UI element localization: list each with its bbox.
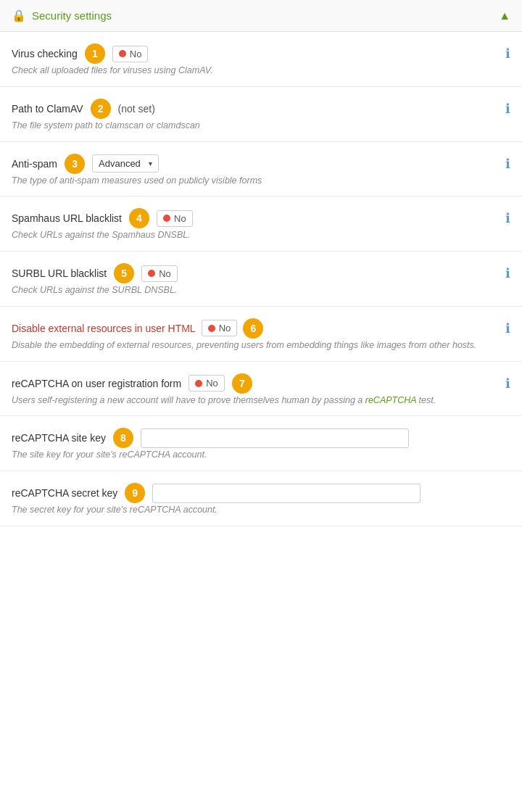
- section-header: 🔒 Security settings ▲: [0, 0, 522, 32]
- step-badge-8: 8: [113, 428, 133, 448]
- disable-external-description: Disable the embedding of external resour…: [12, 339, 510, 352]
- recaptcha-site-key-label: reCAPTCHA site key: [12, 432, 106, 444]
- collapse-icon[interactable]: ▲: [499, 9, 510, 22]
- recaptcha-reg-label: reCAPTCHA on user registration form: [12, 378, 181, 389]
- spamhaus-toggle-label: No: [174, 213, 186, 224]
- step-badge-6: 6: [243, 318, 263, 339]
- surbl-description: Check URLs against the SURBL DNSBL.: [12, 283, 510, 297]
- virus-checking-toggle[interactable]: No: [112, 46, 149, 62]
- spamhaus-label: Spamhaus URL blacklist: [12, 212, 122, 224]
- step-badge-5: 5: [114, 263, 134, 283]
- setting-row-virus-checking: Virus checking 1 No ℹ Check all uploaded…: [0, 32, 522, 87]
- step-badge-2: 2: [91, 99, 111, 119]
- recaptcha-reg-toggle[interactable]: No: [188, 375, 225, 392]
- setting-row-recaptcha-reg: reCAPTCHA on user registration form No 7…: [0, 362, 522, 417]
- step-badge-1: 1: [85, 44, 105, 64]
- surbl-toggle[interactable]: No: [141, 265, 178, 282]
- setting-row-spamhaus: Spamhaus URL blacklist 4 No ℹ Check URLs…: [0, 196, 522, 252]
- lock-icon: 🔒: [12, 9, 26, 22]
- anti-spam-label: Anti-spam: [12, 158, 57, 170]
- page-container: 🔒 Security settings ▲ Virus checking 1 N…: [0, 0, 522, 812]
- setting-row-recaptcha-site-key: reCAPTCHA site key 8 The site key for yo…: [0, 416, 522, 471]
- disable-external-info-icon[interactable]: ℹ: [505, 320, 510, 336]
- path-clamav-label: Path to ClamAV: [12, 103, 83, 115]
- recaptcha-secret-key-description: The secret key for your site's reCAPTCHA…: [12, 503, 510, 517]
- disable-external-toggle[interactable]: No: [202, 320, 238, 336]
- virus-checking-label: Virus checking: [12, 48, 78, 59]
- toggle-dot-4: [163, 215, 170, 222]
- toggle-dot: [119, 50, 126, 57]
- recaptcha-secret-key-label: reCAPTCHA secret key: [12, 487, 117, 499]
- recaptcha-secret-key-input[interactable]: [152, 484, 420, 503]
- disable-external-toggle-label: No: [219, 323, 231, 334]
- setting-row-disable-external: Disable external resources in user HTML …: [0, 307, 522, 362]
- spamhaus-toggle[interactable]: No: [157, 210, 193, 227]
- recaptcha-site-key-description: The site key for your site's reCAPTCHA a…: [12, 448, 510, 462]
- recaptcha-link[interactable]: reCAPTCHA: [365, 395, 416, 405]
- path-clamav-description: The file system path to clamscan or clam…: [12, 119, 510, 133]
- recaptcha-reg-toggle-label: No: [206, 378, 218, 389]
- setting-row-anti-spam: Anti-spam 3 None Basic Advanced ℹ The ty…: [0, 142, 522, 197]
- anti-spam-dropdown-wrapper: None Basic Advanced: [92, 154, 159, 173]
- path-clamav-value: (not set): [118, 103, 155, 115]
- surbl-info-icon[interactable]: ℹ: [505, 265, 510, 281]
- virus-checking-toggle-label: No: [130, 49, 142, 59]
- setting-row-path-clamav: Path to ClamAV 2 (not set) ℹ The file sy…: [0, 87, 522, 142]
- disable-external-label: Disable external resources in user HTML: [12, 323, 196, 334]
- step-badge-3: 3: [65, 154, 85, 174]
- section-title: 🔒 Security settings: [12, 9, 112, 22]
- anti-spam-info-icon[interactable]: ℹ: [505, 156, 510, 172]
- spamhaus-description: Check URLs against the Spamhaus DNSBL.: [12, 228, 510, 242]
- surbl-toggle-label: No: [159, 268, 171, 279]
- step-badge-7: 7: [232, 373, 252, 394]
- recaptcha-reg-description: Users self-registering a new account wil…: [12, 394, 510, 407]
- setting-row-surbl: SURBL URL blacklist 5 No ℹ Check URLs ag…: [0, 252, 522, 307]
- virus-checking-info-icon[interactable]: ℹ: [505, 46, 510, 62]
- step-badge-4: 4: [129, 208, 149, 228]
- setting-row-recaptcha-secret-key: reCAPTCHA secret key 9 The secret key fo…: [0, 471, 522, 526]
- section-title-text: Security settings: [32, 9, 112, 22]
- recaptcha-site-key-input[interactable]: [141, 428, 409, 448]
- spamhaus-info-icon[interactable]: ℹ: [505, 210, 510, 226]
- recaptcha-reg-info-icon[interactable]: ℹ: [505, 376, 510, 392]
- toggle-dot-5: [148, 270, 155, 277]
- virus-checking-description: Check all uploaded files for viruses usi…: [12, 64, 510, 78]
- anti-spam-description: The type of anti-spam measures used on p…: [12, 174, 510, 188]
- surbl-label: SURBL URL blacklist: [12, 268, 107, 279]
- anti-spam-dropdown[interactable]: None Basic Advanced: [92, 154, 159, 173]
- toggle-dot-6: [208, 325, 215, 332]
- toggle-dot-7: [195, 380, 202, 387]
- step-badge-9: 9: [125, 483, 145, 503]
- path-clamav-info-icon[interactable]: ℹ: [505, 101, 510, 117]
